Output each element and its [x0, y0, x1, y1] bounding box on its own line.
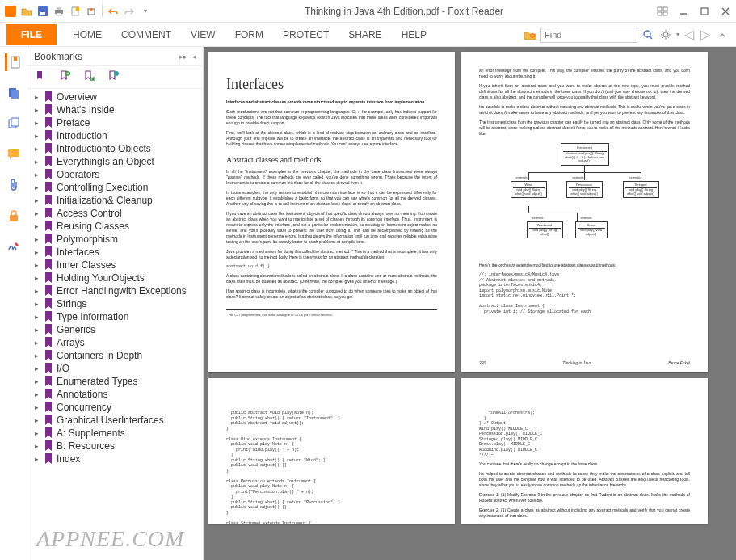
open-icon[interactable] [19, 4, 34, 19]
bookmark-item[interactable]: ▸ Inner Classes [27, 259, 203, 272]
menu-help[interactable]: HELP [392, 24, 436, 45]
folder-search-icon[interactable] [523, 27, 537, 42]
new-bookmark-icon[interactable] [58, 70, 73, 85]
print-icon[interactable] [52, 4, 66, 19]
expand-icon[interactable]: ▸ [32, 171, 40, 179]
bookmark-item[interactable]: ▸ Overview [27, 91, 203, 103]
expand-icon[interactable]: ▸ [32, 209, 40, 217]
new-icon[interactable] [68, 4, 82, 19]
bookmark-item[interactable]: ▸ Operators [27, 168, 203, 181]
expand-icon[interactable]: ▸ [32, 158, 40, 166]
file-menu[interactable]: FILE [6, 24, 57, 45]
expand-icon[interactable]: ▸ [32, 455, 40, 463]
maximize-icon[interactable] [697, 4, 712, 19]
dropdown-icon[interactable]: ▾ [138, 4, 153, 19]
bookmark-item[interactable]: ▸ Error Handlingwith Exceptions [27, 284, 203, 297]
bookmark-item[interactable]: ▸ Index [27, 453, 203, 465]
menu-protect[interactable]: PROTECT [273, 24, 339, 45]
expand-icon[interactable]: ▸ [32, 183, 40, 192]
bookmark-item[interactable]: ▸ Graphical UserInterfaces [27, 414, 203, 427]
nav-next-icon[interactable]: ▷ [699, 28, 712, 41]
redo-icon[interactable] [122, 4, 137, 19]
menu-home[interactable]: HOME [63, 24, 111, 45]
bookmark-item[interactable]: ▸ Arrays [27, 336, 203, 349]
search-input[interactable] [540, 27, 637, 43]
expand-icon[interactable]: ▸ [32, 352, 40, 360]
bookmark-item[interactable]: ▸ Containers in Depth [27, 349, 203, 362]
expand-icon[interactable]: ▸ [32, 364, 40, 373]
panel-menu-icon[interactable]: ▸▸ [179, 53, 187, 61]
expand-icon[interactable]: ▸ [32, 106, 40, 114]
minimize-icon[interactable] [676, 4, 691, 19]
expand-icon[interactable]: ▸ [32, 196, 40, 204]
bookmark-item[interactable]: ▸ A: Supplements [27, 427, 203, 440]
bookmark-item[interactable]: ▸ Polymorphism [27, 233, 203, 246]
expand-icon[interactable]: ▸ [32, 235, 40, 243]
layers-tab-icon[interactable] [5, 115, 23, 133]
expand-icon[interactable]: ▸ [32, 287, 40, 295]
bookmark-item[interactable]: ▸ Strings [27, 297, 203, 310]
bookmark-item[interactable]: ▸ Annotations [27, 388, 203, 401]
comments-tab-icon[interactable] [5, 145, 23, 163]
expand-icon[interactable]: ▸ [32, 339, 40, 347]
expand-icon[interactable]: ▸ [32, 248, 40, 256]
expand-icon[interactable]: ▸ [32, 274, 40, 282]
bookmark-item[interactable]: ▸ Generics [27, 323, 203, 336]
new-tab-icon[interactable] [84, 4, 99, 19]
gear-dropdown-icon[interactable]: ▾ [676, 31, 679, 38]
expand-icon[interactable]: ▸ [32, 313, 40, 321]
ribbon-expand-icon[interactable] [655, 4, 670, 19]
bookmark-item[interactable]: ▸ Introductionto Objects [27, 142, 203, 155]
expand-icon[interactable]: ▸ [32, 416, 40, 424]
bookmark-item[interactable]: ▸ Holding YourObjects [27, 272, 203, 284]
bookmark-item[interactable]: ▸ Reusing Classes [27, 220, 203, 233]
bookmark-item[interactable]: ▸ Introduction [27, 129, 203, 142]
expand-icon[interactable]: ▸ [32, 119, 40, 127]
close-icon[interactable] [718, 4, 733, 19]
expand-icon[interactable]: ▸ [32, 429, 40, 437]
expand-icon[interactable]: ▸ [32, 93, 40, 101]
menu-share[interactable]: SHARE [339, 24, 391, 45]
expand-icon[interactable]: ▸ [32, 132, 40, 140]
pages-tab-icon[interactable] [5, 84, 23, 102]
bookmark-item[interactable]: ▸ Concurrency [27, 401, 203, 414]
attachments-tab-icon[interactable] [5, 176, 23, 194]
ribbon-collapse-icon[interactable] [715, 27, 730, 42]
expand-icon[interactable]: ▸ [32, 390, 40, 398]
bookmark-item[interactable]: ▸ What's Inside [27, 103, 203, 116]
document-viewport[interactable]: Interfaces Interfaces and abstract class… [204, 47, 736, 560]
panel-close-icon[interactable]: ◂ [192, 53, 196, 61]
expand-all-icon[interactable] [34, 70, 48, 85]
menu-comment[interactable]: COMMENT [111, 24, 181, 45]
expand-icon[interactable]: ▸ [32, 222, 40, 230]
delete-bookmark-icon[interactable] [107, 70, 121, 85]
bookmark-item[interactable]: ▸ Interfaces [27, 246, 203, 259]
gear-icon[interactable] [658, 27, 673, 42]
bookmark-item[interactable]: ▸ Preface [27, 116, 203, 129]
bookmark-item[interactable]: ▸ Access Control [27, 207, 203, 220]
expand-icon[interactable]: ▸ [32, 261, 40, 269]
security-tab-icon[interactable] [5, 207, 23, 225]
expand-icon[interactable]: ▸ [32, 442, 40, 450]
bookmark-item[interactable]: ▸ Controlling Execution [27, 181, 203, 194]
bookmarks-list[interactable]: ▸ Overview▸ What's Inside▸ Preface▸ Intr… [27, 89, 203, 560]
bookmark-item[interactable]: ▸ Initialization& Cleanup [27, 194, 203, 207]
bookmark-item[interactable]: ▸ I/O [27, 362, 203, 375]
bookmark-item[interactable]: ▸ EverythingIs an Object [27, 155, 203, 168]
expand-icon[interactable]: ▸ [32, 300, 40, 308]
save-icon[interactable] [36, 4, 50, 19]
expand-icon[interactable]: ▸ [32, 403, 40, 411]
goto-bookmark-icon[interactable] [82, 70, 97, 85]
bookmark-item[interactable]: ▸ Enumerated Types [27, 375, 203, 388]
expand-icon[interactable]: ▸ [32, 145, 40, 153]
bookmark-item[interactable]: ▸ Type Information [27, 310, 203, 323]
expand-icon[interactable]: ▸ [32, 326, 40, 334]
menu-form[interactable]: FORM [225, 24, 273, 45]
signatures-tab-icon[interactable] [5, 238, 23, 255]
bookmark-item[interactable]: ▸ B: Resources [27, 440, 203, 453]
search-icon[interactable] [641, 27, 655, 42]
expand-icon[interactable]: ▸ [32, 377, 40, 385]
undo-icon[interactable] [106, 4, 120, 19]
menu-view[interactable]: VIEW [181, 24, 225, 45]
nav-prev-icon[interactable]: ◁ [683, 28, 696, 41]
